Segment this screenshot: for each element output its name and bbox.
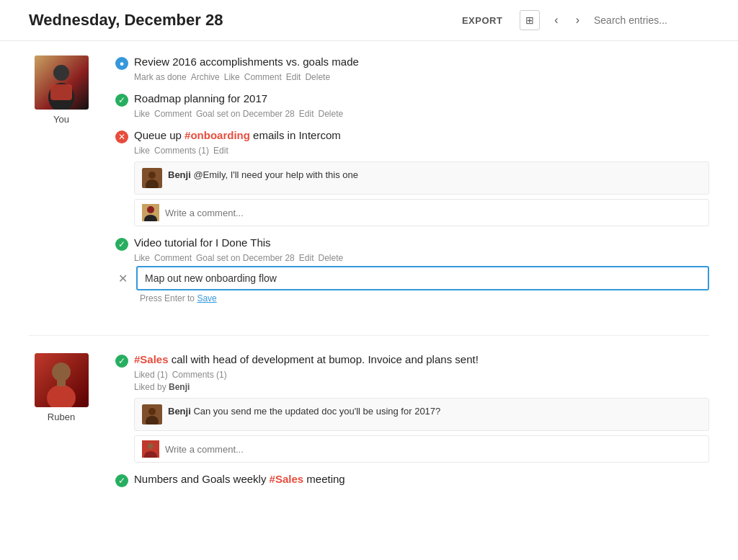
tag-sales: #Sales	[134, 353, 169, 365]
svg-rect-4	[50, 84, 72, 100]
next-button[interactable]: ›	[573, 12, 582, 28]
delete-link[interactable]: Delete	[318, 109, 343, 119]
header: Wednesday, December 28 EXPORT ⊞ ‹ ›	[0, 0, 738, 41]
content-area: You ● Review 2016 accomplishments vs. go…	[0, 41, 738, 533]
user-name-you: You	[53, 114, 69, 125]
entry-actions: Like Comment Goal set on December 28 Edi…	[134, 109, 709, 119]
delete-link[interactable]: Delete	[305, 72, 330, 82]
edit-link[interactable]: Edit	[299, 109, 314, 119]
user-name-ruben: Ruben	[48, 412, 75, 422]
entry-title: #Sales call with head of development at …	[134, 353, 479, 365]
comment-input-field-ruben[interactable]	[165, 444, 701, 455]
comments-link[interactable]: Comments (1)	[154, 146, 209, 156]
entry-actions: Like Comment Goal set on December 28 Edi…	[134, 253, 709, 263]
grid-view-button[interactable]: ⊞	[520, 10, 540, 30]
entries-you: ● Review 2016 accomplishments vs. goals …	[115, 55, 709, 314]
user-column-ruben: Ruben	[29, 353, 94, 497]
status-icon-done: ✓	[115, 355, 128, 368]
status-icon-done: ✓	[115, 474, 128, 487]
user-section-ruben: Ruben ✓ #Sales call with head of develop…	[29, 353, 709, 497]
edit-link[interactable]: Edit	[286, 72, 301, 82]
entry-numbers-goals: ✓ Numbers and Goals weekly #Sales meetin…	[115, 473, 709, 487]
edit-input-field[interactable]	[136, 266, 709, 290]
tag-sales-2: #Sales	[270, 473, 304, 485]
goal-set-link[interactable]: Goal set on December 28	[196, 109, 295, 119]
entry-actions: Like Comments (1) Edit	[134, 146, 709, 156]
export-button[interactable]: EXPORT	[456, 12, 508, 29]
entry-header: ✕ Queue up #onboarding emails in Interco…	[115, 129, 709, 143]
svg-point-16	[148, 408, 156, 415]
page-title: Wednesday, December 28	[29, 11, 445, 30]
edit-cancel-button[interactable]: ✕	[115, 269, 130, 288]
comment-block: Benji Can you send me the updated doc yo…	[134, 398, 709, 431]
avatar-ruben	[35, 353, 89, 407]
like-link[interactable]: Like	[134, 253, 150, 263]
comment-link[interactable]: Comment	[244, 72, 282, 82]
section-divider	[29, 335, 709, 336]
edit-link[interactable]: Edit	[299, 253, 314, 263]
entry-title: Video tutorial for I Done This	[134, 236, 271, 249]
comment-input-block	[134, 199, 709, 226]
comment-text: Benji Can you send me the updated doc yo…	[168, 404, 440, 418]
avatar-user-comment	[142, 440, 159, 458]
status-icon-done: ✓	[115, 238, 128, 251]
liked-by: Liked by Benji	[134, 382, 709, 392]
entry-roadmap: ✓ Roadmap planning for 2017 Like Comment…	[115, 92, 709, 119]
comment-link[interactable]: Comment	[154, 109, 192, 119]
delete-link[interactable]: Delete	[318, 253, 343, 263]
archive-link[interactable]: Archive	[191, 72, 220, 82]
entry-header: ✓ Roadmap planning for 2017	[115, 92, 709, 107]
save-link[interactable]: Save	[197, 293, 216, 303]
entry-title: Queue up #onboarding emails in Intercom	[134, 129, 341, 141]
entry-review-2016: ● Review 2016 accomplishments vs. goals …	[115, 55, 709, 82]
tag-onboarding: #onboarding	[184, 129, 250, 141]
entry-title: Review 2016 accomplishments vs. goals ma…	[134, 55, 359, 68]
svg-rect-14	[57, 379, 66, 386]
entries-ruben: ✓ #Sales call with head of development a…	[115, 353, 709, 497]
comments-link[interactable]: Comments (1)	[172, 370, 227, 380]
comment-input-field[interactable]	[165, 208, 701, 218]
entry-header: ✓ Video tutorial for I Done This	[115, 236, 709, 251]
status-icon-pending: ●	[115, 57, 128, 70]
search-input[interactable]	[594, 14, 709, 26]
comment-link[interactable]: Comment	[154, 253, 192, 263]
entry-header: ✓ Numbers and Goals weekly #Sales meetin…	[115, 473, 709, 487]
entry-header: ● Review 2016 accomplishments vs. goals …	[115, 55, 709, 70]
user-column-you: You	[29, 55, 94, 314]
goal-set-link[interactable]: Goal set on December 28	[196, 253, 295, 263]
avatar-you	[35, 55, 89, 110]
status-icon-failed: ✕	[115, 130, 128, 143]
svg-point-19	[148, 443, 154, 449]
like-link[interactable]: Like	[224, 72, 240, 82]
like-link[interactable]: Like	[134, 146, 150, 156]
user-section-you: You ● Review 2016 accomplishments vs. go…	[29, 55, 709, 314]
entry-header: ✓ #Sales call with head of development a…	[115, 353, 709, 368]
liked-link[interactable]: Liked (1)	[134, 370, 168, 380]
grid-icon: ⊞	[525, 14, 534, 26]
comment-block: Benji @Emily, I'll need your help with t…	[134, 161, 709, 195]
svg-point-6	[148, 172, 156, 179]
liked-by-name: Benji	[169, 382, 190, 392]
status-icon-done: ✓	[115, 94, 128, 107]
avatar-benji-comment	[142, 404, 162, 425]
avatar-benji-comment	[142, 168, 162, 188]
svg-point-12	[52, 363, 71, 381]
edit-row: ✕	[115, 266, 709, 290]
prev-button[interactable]: ‹	[551, 12, 561, 28]
mark-as-done-link[interactable]: Mark as done	[134, 72, 187, 82]
entry-title: Roadmap planning for 2017	[134, 92, 267, 105]
svg-point-9	[147, 206, 154, 213]
comment-input-block	[134, 435, 709, 463]
avatar-you-comment	[142, 204, 159, 221]
svg-point-2	[53, 65, 69, 81]
comment-text: Benji @Emily, I'll need your help with t…	[168, 168, 358, 182]
entry-sales-call: ✓ #Sales call with head of development a…	[115, 353, 709, 463]
entry-video-tutorial: ✓ Video tutorial for I Done This Like Co…	[115, 236, 709, 303]
edit-link[interactable]: Edit	[213, 146, 228, 156]
edit-hint: Press Enter to Save	[140, 293, 709, 303]
entry-title: Numbers and Goals weekly #Sales meeting	[134, 473, 345, 485]
entry-actions: Mark as done Archive Like Comment Edit D…	[134, 72, 709, 82]
entry-onboarding: ✕ Queue up #onboarding emails in Interco…	[115, 129, 709, 226]
entry-actions: Liked (1) Comments (1)	[134, 370, 709, 380]
like-link[interactable]: Like	[134, 109, 150, 119]
